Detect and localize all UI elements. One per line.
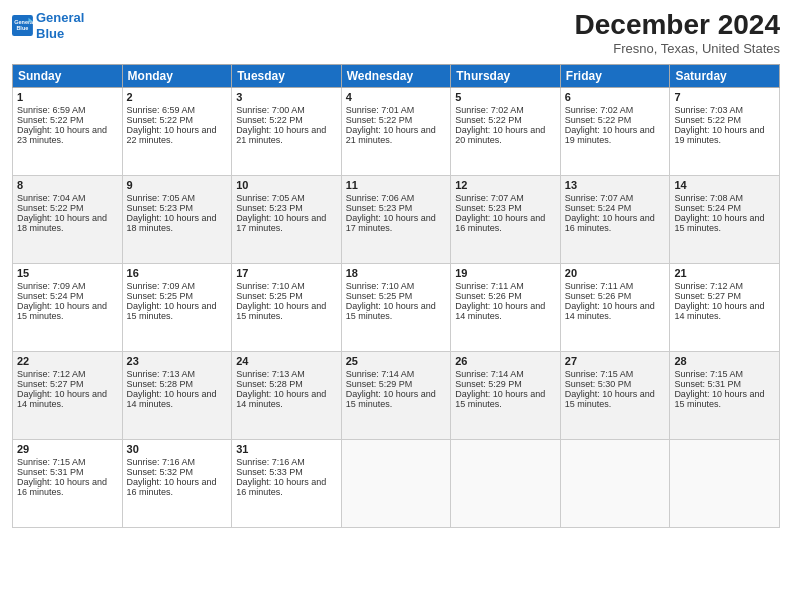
sunrise: Sunrise: 7:11 AM bbox=[565, 281, 634, 291]
day-number: 3 bbox=[236, 91, 337, 103]
calendar-cell: 23 Sunrise: 7:13 AM Sunset: 5:28 PM Dayl… bbox=[122, 351, 232, 439]
day-number: 18 bbox=[346, 267, 447, 279]
daylight: Daylight: 10 hours and 16 minutes. bbox=[127, 477, 217, 497]
sunrise: Sunrise: 7:16 AM bbox=[236, 457, 305, 467]
daylight: Daylight: 10 hours and 15 minutes. bbox=[346, 389, 436, 409]
sunrise: Sunrise: 7:07 AM bbox=[565, 193, 634, 203]
day-number: 23 bbox=[127, 355, 228, 367]
sunset: Sunset: 5:22 PM bbox=[17, 115, 84, 125]
calendar-cell: 12 Sunrise: 7:07 AM Sunset: 5:23 PM Dayl… bbox=[451, 175, 561, 263]
sunrise: Sunrise: 6:59 AM bbox=[17, 105, 86, 115]
daylight: Daylight: 10 hours and 15 minutes. bbox=[127, 301, 217, 321]
day-number: 8 bbox=[17, 179, 118, 191]
sunset: Sunset: 5:31 PM bbox=[674, 379, 741, 389]
daylight: Daylight: 10 hours and 15 minutes. bbox=[674, 389, 764, 409]
day-number: 27 bbox=[565, 355, 666, 367]
calendar-cell: 3 Sunrise: 7:00 AM Sunset: 5:22 PM Dayli… bbox=[232, 87, 342, 175]
sunset: Sunset: 5:22 PM bbox=[127, 115, 194, 125]
sunset: Sunset: 5:29 PM bbox=[455, 379, 522, 389]
sunset: Sunset: 5:29 PM bbox=[346, 379, 413, 389]
logo-icon: General Blue bbox=[12, 15, 34, 37]
daylight: Daylight: 10 hours and 17 minutes. bbox=[236, 213, 326, 233]
calendar-week-row: 15 Sunrise: 7:09 AM Sunset: 5:24 PM Dayl… bbox=[13, 263, 780, 351]
sunrise: Sunrise: 7:08 AM bbox=[674, 193, 743, 203]
day-number: 19 bbox=[455, 267, 556, 279]
daylight: Daylight: 10 hours and 15 minutes. bbox=[565, 389, 655, 409]
sunset: Sunset: 5:22 PM bbox=[565, 115, 632, 125]
sunset: Sunset: 5:22 PM bbox=[674, 115, 741, 125]
sunset: Sunset: 5:30 PM bbox=[565, 379, 632, 389]
sunrise: Sunrise: 7:14 AM bbox=[346, 369, 415, 379]
daylight: Daylight: 10 hours and 15 minutes. bbox=[346, 301, 436, 321]
daylight: Daylight: 10 hours and 16 minutes. bbox=[17, 477, 107, 497]
sunset: Sunset: 5:27 PM bbox=[17, 379, 84, 389]
sunrise: Sunrise: 7:10 AM bbox=[346, 281, 415, 291]
day-number: 22 bbox=[17, 355, 118, 367]
calendar-cell: 24 Sunrise: 7:13 AM Sunset: 5:28 PM Dayl… bbox=[232, 351, 342, 439]
sunrise: Sunrise: 7:00 AM bbox=[236, 105, 305, 115]
calendar-cell bbox=[560, 439, 670, 527]
calendar-cell: 15 Sunrise: 7:09 AM Sunset: 5:24 PM Dayl… bbox=[13, 263, 123, 351]
calendar-cell: 4 Sunrise: 7:01 AM Sunset: 5:22 PM Dayli… bbox=[341, 87, 451, 175]
col-monday: Monday bbox=[122, 64, 232, 87]
daylight: Daylight: 10 hours and 14 minutes. bbox=[127, 389, 217, 409]
sunrise: Sunrise: 7:13 AM bbox=[127, 369, 196, 379]
day-number: 6 bbox=[565, 91, 666, 103]
day-number: 17 bbox=[236, 267, 337, 279]
day-number: 1 bbox=[17, 91, 118, 103]
svg-text:Blue: Blue bbox=[16, 25, 28, 31]
sunrise: Sunrise: 7:14 AM bbox=[455, 369, 524, 379]
day-number: 26 bbox=[455, 355, 556, 367]
calendar-cell bbox=[451, 439, 561, 527]
day-number: 30 bbox=[127, 443, 228, 455]
sunrise: Sunrise: 7:15 AM bbox=[17, 457, 86, 467]
col-tuesday: Tuesday bbox=[232, 64, 342, 87]
calendar-cell bbox=[670, 439, 780, 527]
sunrise: Sunrise: 7:12 AM bbox=[17, 369, 86, 379]
day-number: 24 bbox=[236, 355, 337, 367]
calendar-cell: 30 Sunrise: 7:16 AM Sunset: 5:32 PM Dayl… bbox=[122, 439, 232, 527]
col-sunday: Sunday bbox=[13, 64, 123, 87]
sunrise: Sunrise: 7:07 AM bbox=[455, 193, 524, 203]
daylight: Daylight: 10 hours and 18 minutes. bbox=[127, 213, 217, 233]
day-number: 29 bbox=[17, 443, 118, 455]
sunset: Sunset: 5:25 PM bbox=[127, 291, 194, 301]
day-number: 20 bbox=[565, 267, 666, 279]
sunset: Sunset: 5:23 PM bbox=[127, 203, 194, 213]
sunset: Sunset: 5:27 PM bbox=[674, 291, 741, 301]
logo-text: General Blue bbox=[36, 10, 84, 41]
sunset: Sunset: 5:23 PM bbox=[346, 203, 413, 213]
day-number: 13 bbox=[565, 179, 666, 191]
sunrise: Sunrise: 7:02 AM bbox=[565, 105, 634, 115]
calendar-cell: 26 Sunrise: 7:14 AM Sunset: 5:29 PM Dayl… bbox=[451, 351, 561, 439]
daylight: Daylight: 10 hours and 17 minutes. bbox=[346, 213, 436, 233]
day-number: 11 bbox=[346, 179, 447, 191]
sunrise: Sunrise: 7:01 AM bbox=[346, 105, 415, 115]
col-thursday: Thursday bbox=[451, 64, 561, 87]
sunrise: Sunrise: 7:05 AM bbox=[127, 193, 196, 203]
sunset: Sunset: 5:22 PM bbox=[236, 115, 303, 125]
sunset: Sunset: 5:25 PM bbox=[236, 291, 303, 301]
daylight: Daylight: 10 hours and 14 minutes. bbox=[674, 301, 764, 321]
daylight: Daylight: 10 hours and 14 minutes. bbox=[236, 389, 326, 409]
calendar-week-row: 1 Sunrise: 6:59 AM Sunset: 5:22 PM Dayli… bbox=[13, 87, 780, 175]
page: General Blue General Blue December 2024 … bbox=[0, 0, 792, 612]
sunrise: Sunrise: 7:15 AM bbox=[565, 369, 634, 379]
day-number: 14 bbox=[674, 179, 775, 191]
sunrise: Sunrise: 7:10 AM bbox=[236, 281, 305, 291]
calendar-header-row: Sunday Monday Tuesday Wednesday Thursday… bbox=[13, 64, 780, 87]
daylight: Daylight: 10 hours and 22 minutes. bbox=[127, 125, 217, 145]
month-title: December 2024 bbox=[575, 10, 780, 41]
day-number: 10 bbox=[236, 179, 337, 191]
daylight: Daylight: 10 hours and 15 minutes. bbox=[17, 301, 107, 321]
day-number: 4 bbox=[346, 91, 447, 103]
calendar-cell: 2 Sunrise: 6:59 AM Sunset: 5:22 PM Dayli… bbox=[122, 87, 232, 175]
sunrise: Sunrise: 7:16 AM bbox=[127, 457, 196, 467]
daylight: Daylight: 10 hours and 23 minutes. bbox=[17, 125, 107, 145]
daylight: Daylight: 10 hours and 16 minutes. bbox=[565, 213, 655, 233]
sunset: Sunset: 5:28 PM bbox=[127, 379, 194, 389]
calendar-cell: 13 Sunrise: 7:07 AM Sunset: 5:24 PM Dayl… bbox=[560, 175, 670, 263]
calendar-cell: 8 Sunrise: 7:04 AM Sunset: 5:22 PM Dayli… bbox=[13, 175, 123, 263]
sunrise: Sunrise: 7:12 AM bbox=[674, 281, 743, 291]
col-wednesday: Wednesday bbox=[341, 64, 451, 87]
